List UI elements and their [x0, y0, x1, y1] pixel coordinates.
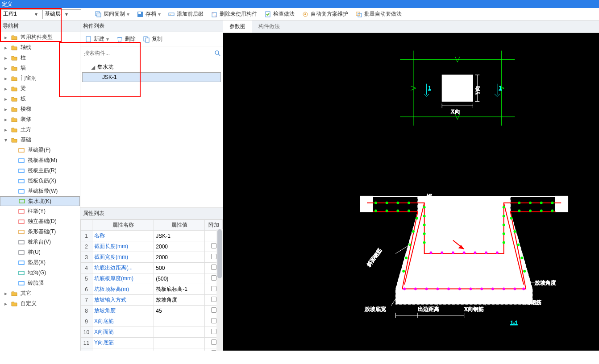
nav-item[interactable]: 地沟(G): [0, 268, 80, 278]
component-search-input[interactable]: [82, 48, 214, 58]
nav-category[interactable]: ▸墙: [0, 63, 80, 73]
nav-item[interactable]: 基础梁(F): [0, 145, 80, 155]
scroll-thumb[interactable]: [217, 229, 222, 278]
nav-item[interactable]: 桩承台(V): [0, 237, 80, 247]
prop-value[interactable]: 45: [154, 306, 205, 316]
nav-item[interactable]: 条形基础(T): [0, 227, 80, 237]
table-row[interactable]: 3 截面宽度(mm) 2000: [81, 252, 223, 263]
svg-rect-26: [19, 281, 24, 285]
table-row[interactable]: 6 坑板顶标高(m) 筏板底标高-1: [81, 284, 223, 295]
table-row[interactable]: 10 X向面筋: [81, 327, 223, 338]
copy-component-button[interactable]: 复制: [140, 34, 165, 44]
table-row[interactable]: 2 截面长度(mm) 2000: [81, 241, 223, 252]
prop-value[interactable]: [154, 327, 205, 338]
prop-value[interactable]: JSK-1: [154, 231, 205, 241]
auto-plan-button[interactable]: 自动套方案维护: [299, 9, 351, 19]
prop-name[interactable]: 截面长度(mm): [92, 241, 154, 252]
table-row[interactable]: 5 坑底板厚度(mm) (500): [81, 273, 223, 284]
project-select[interactable]: 工程1 ▾: [1, 9, 43, 19]
folder-icon: [11, 34, 18, 41]
prop-name[interactable]: 放坡角度: [92, 306, 154, 316]
nav-category[interactable]: ▸自定义: [0, 298, 80, 309]
nav-item[interactable]: 基础板带(W): [0, 186, 80, 196]
add-prefix-button[interactable]: 添加前后缀: [165, 9, 206, 19]
tab-param-diagram[interactable]: 参数图: [223, 21, 252, 33]
component-tree[interactable]: ◢集水坑 JSK-1: [80, 60, 223, 207]
table-row[interactable]: 9 X向底筋: [81, 316, 223, 327]
nav-category[interactable]: ▸柱: [0, 53, 80, 63]
prop-name[interactable]: Y向底筋: [92, 338, 154, 348]
prop-value[interactable]: 放坡角度: [154, 295, 205, 306]
floor-select[interactable]: 基础层 ▾: [43, 9, 81, 19]
new-component-button[interactable]: 新建▾: [82, 34, 112, 44]
prop-value[interactable]: [154, 348, 205, 351]
nav-item[interactable]: 桩(U): [0, 247, 80, 257]
check-practice-button[interactable]: 检查做法: [262, 9, 297, 19]
prop-value[interactable]: [154, 338, 205, 348]
component-search: [80, 46, 223, 60]
diagram-canvas[interactable]: 1 1 X向 Y向: [223, 33, 599, 351]
svg-point-95: [520, 256, 523, 259]
prop-name[interactable]: 放坡输入方式: [92, 295, 154, 306]
svg-text:1-1: 1-1: [511, 319, 518, 326]
nav-category[interactable]: ▸门窗洞: [0, 73, 80, 83]
svg-rect-18: [19, 199, 25, 203]
prop-name[interactable]: 坑底出边距离(...: [92, 263, 154, 273]
nav-category[interactable]: ▸装修: [0, 114, 80, 124]
component-root[interactable]: ◢集水坑: [82, 62, 221, 72]
prop-name[interactable]: 坑底板厚度(mm): [92, 273, 154, 284]
nav-category[interactable]: ▸土方: [0, 124, 80, 135]
prop-value[interactable]: [154, 316, 205, 327]
expand-icon: ▸: [4, 55, 8, 61]
component-list-panel: 构件列表 新建▾ 删除 复制 ◢集水坑 JSK-1: [80, 21, 223, 208]
search-icon[interactable]: [214, 50, 221, 57]
prop-value[interactable]: 2000: [154, 252, 205, 263]
svg-point-100: [408, 202, 410, 204]
prop-value[interactable]: 2000: [154, 241, 205, 252]
nav-category[interactable]: ▾基础: [0, 135, 80, 145]
svg-point-59: [414, 288, 417, 290]
property-grid[interactable]: 属性名称 属性值 附加 1 名称 JSK-1 2 截面长度(mm) 2000 3…: [80, 219, 223, 351]
prop-value[interactable]: 500: [154, 263, 205, 273]
nav-category[interactable]: ▸其它: [0, 288, 80, 298]
batch-auto-button[interactable]: 批量自动套做法: [353, 9, 404, 19]
table-row[interactable]: 7 放坡输入方式 放坡角度: [81, 295, 223, 306]
prop-value[interactable]: 筏板底标高-1: [154, 284, 205, 295]
svg-line-32: [218, 54, 220, 56]
nav-category[interactable]: ▸常用构件类型: [0, 32, 80, 42]
prop-name[interactable]: Y向面筋: [92, 348, 154, 351]
table-row[interactable]: 1 名称 JSK-1: [81, 231, 223, 241]
layer-copy-button[interactable]: 层间复制▾: [92, 9, 132, 19]
nav-category[interactable]: ▸梁: [0, 83, 80, 94]
nav-item[interactable]: 集水坑(K): [0, 196, 80, 206]
table-row[interactable]: 11 Y向底筋: [81, 338, 223, 348]
nav-item[interactable]: 筏板负筋(X): [0, 176, 80, 186]
delete-unused-button[interactable]: 删除未使用构件: [208, 9, 260, 19]
nav-item[interactable]: 柱墩(Y): [0, 206, 80, 216]
prop-value[interactable]: (500): [154, 273, 205, 284]
nav-item[interactable]: 筏板主筋(R): [0, 165, 80, 176]
prop-name[interactable]: X向底筋: [92, 316, 154, 327]
nav-item[interactable]: 砖胎膜: [0, 278, 80, 288]
nav-category[interactable]: ▸楼梯: [0, 104, 80, 114]
tab-component-practice[interactable]: 构件做法: [252, 21, 286, 33]
nav-category[interactable]: ▸板: [0, 94, 80, 104]
svg-point-97: [374, 202, 377, 204]
delete-component-button[interactable]: 删除: [113, 34, 138, 44]
nav-item[interactable]: 独立基础(D): [0, 216, 80, 227]
archive-button[interactable]: 存档▾: [134, 9, 163, 19]
scrollbar[interactable]: [216, 229, 223, 351]
nav-item[interactable]: 垫层(X): [0, 257, 80, 268]
nav-category[interactable]: ▸轴线: [0, 42, 80, 53]
prop-name[interactable]: 坑板顶标高(m): [92, 284, 154, 295]
table-row[interactable]: 12 Y向面筋: [81, 348, 223, 351]
table-row[interactable]: 8 放坡角度 45: [81, 306, 223, 316]
nav-tree[interactable]: ▸常用构件类型▸轴线▸柱▸墙▸门窗洞▸梁▸板▸楼梯▸装修▸土方▾基础基础梁(F)…: [0, 32, 80, 351]
chevron-down-icon: ▾: [127, 11, 129, 17]
prop-name[interactable]: 名称: [92, 231, 154, 241]
prop-name[interactable]: X向面筋: [92, 327, 154, 338]
table-row[interactable]: 4 坑底出边距离(... 500: [81, 263, 223, 273]
prop-name[interactable]: 截面宽度(mm): [92, 252, 154, 263]
nav-item[interactable]: 筏板基础(M): [0, 155, 80, 165]
component-leaf-jsk1[interactable]: JSK-1: [82, 72, 221, 82]
